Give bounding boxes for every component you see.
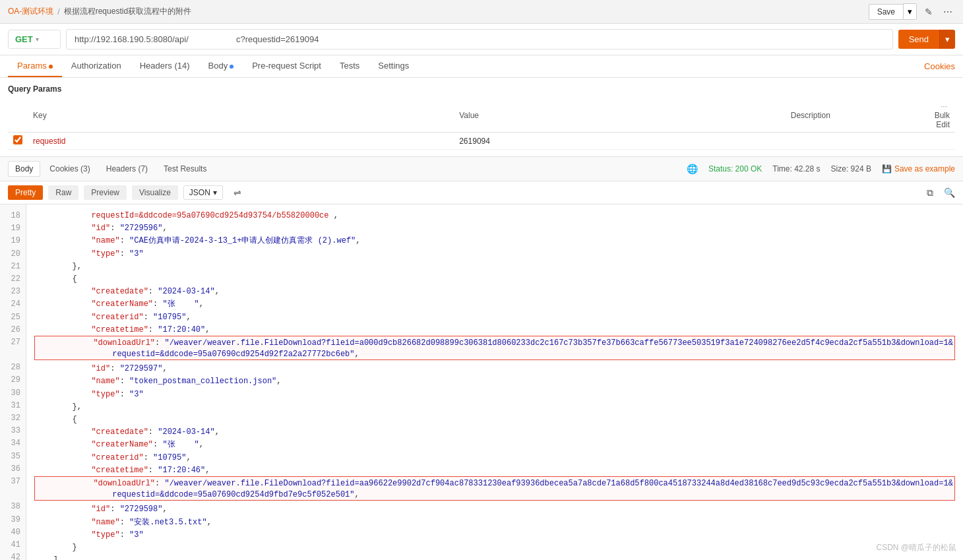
top-bar-actions: Save ▾ ✎ ⋯ <box>869 3 955 20</box>
code-line: }, <box>34 401 955 414</box>
method-selector[interactable]: GET ▾ <box>8 30 61 49</box>
language-arrow-icon: ▾ <box>213 188 217 197</box>
format-visualize-button[interactable]: Visualize <box>132 185 178 200</box>
breadcrumb-area: OA-测试环境 / 根据流程requestid获取流程中的附件 <box>8 6 191 17</box>
save-icon: 💾 <box>882 164 892 173</box>
more-icon: ··· <box>941 102 947 111</box>
top-bar: OA-测试环境 / 根据流程requestid获取流程中的附件 Save ▾ ✎… <box>0 0 963 24</box>
code-line: "id": "2729598", <box>34 503 955 516</box>
status-code: Status: 200 OK <box>708 164 762 173</box>
save-main-button[interactable]: Save <box>869 4 903 20</box>
code-line: "type": "3" <box>34 389 955 401</box>
code-line: "name": "安装.net3.5.txt", <box>34 516 955 529</box>
code-line: "type": "3" <box>34 248 955 261</box>
code-line: }, <box>34 261 955 273</box>
url-input[interactable] <box>66 29 893 49</box>
code-line: } <box>34 542 955 554</box>
language-label: JSON <box>189 188 210 197</box>
env-label: OA-测试环境 <box>8 6 53 17</box>
col-check <box>8 99 28 133</box>
code-line: "createtime": "17:20:40", <box>34 324 955 336</box>
resp-tab-headers[interactable]: Headers (7) <box>100 162 154 176</box>
code-line: "type": "3" <box>34 529 955 542</box>
code-line: "createrName": "张 ", <box>34 298 955 311</box>
format-preview-button[interactable]: Preview <box>84 185 127 200</box>
code-line: "createrid": "10795", <box>34 311 955 324</box>
col-action: ··· Bulk Edit <box>927 99 955 133</box>
method-label: GET <box>15 34 33 44</box>
format-pretty-button[interactable]: Pretty <box>8 185 43 200</box>
row-checkbox[interactable] <box>13 135 22 144</box>
code-line: "createrid": "10795", <box>34 452 955 464</box>
response-tabs: Body Cookies (3) Headers (7) Test Result… <box>0 157 963 181</box>
page-title: 根据流程requestid获取流程中的附件 <box>64 6 191 17</box>
code-line: "createtime": "17:20:46", <box>34 464 955 477</box>
resp-tab-test-results[interactable]: Test Results <box>157 162 213 176</box>
code-line: { <box>34 414 955 426</box>
breadcrumb-separator: / <box>57 7 59 16</box>
response-size: Size: 924 B <box>831 164 871 173</box>
url-bar: GET ▾ Send ▾ <box>0 24 963 55</box>
param-key[interactable]: requestid <box>28 133 454 150</box>
globe-icon: 🌐 <box>687 164 698 174</box>
param-description[interactable] <box>786 133 927 150</box>
tab-body[interactable]: Body <box>199 55 243 77</box>
code-line: requestId=&ddcode=95a07690cd9254d93754/b… <box>34 210 955 222</box>
method-arrow-icon: ▾ <box>36 36 39 43</box>
format-raw-button[interactable]: Raw <box>48 185 78 200</box>
send-button[interactable]: Send <box>898 30 939 49</box>
code-line: "id": "2729597", <box>34 363 955 375</box>
copy-button[interactable]: ⧉ <box>927 187 933 199</box>
request-tabs: Params Authorization Headers (14) Body P… <box>0 55 963 78</box>
save-as-example-button[interactable]: 💾 Save as example <box>882 164 955 173</box>
params-table: Key Value Description ··· Bulk Edit requ… <box>8 99 955 150</box>
resp-tab-body[interactable]: Body <box>8 161 40 177</box>
tab-tests[interactable]: Tests <box>330 55 369 77</box>
format-bar: Pretty Raw Preview Visualize JSON ▾ ⇌ ⧉ … <box>0 181 963 204</box>
tab-settings[interactable]: Settings <box>369 55 418 77</box>
col-value: Value <box>454 99 786 133</box>
tab-authorization[interactable]: Authorization <box>62 55 131 77</box>
param-value[interactable]: 2619094 <box>454 133 786 150</box>
code-line: "name": "token_postman_collection.json", <box>34 375 955 388</box>
tab-headers[interactable]: Headers (14) <box>131 55 199 77</box>
col-key: Key <box>28 99 454 133</box>
tab-params[interactable]: Params <box>8 55 62 77</box>
response-time: Time: 42.28 s <box>772 164 820 173</box>
code-line: "createrName": "张 ", <box>34 439 955 451</box>
table-row: requestid 2619094 <box>8 133 955 150</box>
send-dropdown-button[interactable]: ▾ <box>939 30 955 49</box>
bulk-edit-button[interactable]: Bulk Edit <box>935 111 950 129</box>
more-options-button[interactable]: ⋯ <box>941 4 955 20</box>
response-status-bar: 🌐 Status: 200 OK Time: 42.28 s Size: 924… <box>687 164 955 174</box>
body-dot <box>230 65 233 69</box>
code-line: ], <box>34 554 955 560</box>
col-description: Description <box>786 99 927 133</box>
tab-pre-request[interactable]: Pre-request Script <box>243 55 330 77</box>
code-line-highlighted: "downloadUrl": "/weaver/weaver.file.File… <box>34 476 955 489</box>
language-selector[interactable]: JSON ▾ <box>183 185 223 200</box>
query-params-title: Query Params <box>8 84 955 94</box>
line-numbers: 18 19 19 20 21 22 23 24 25 26 27 28 29 3… <box>0 204 26 560</box>
code-line: "id": "2729596", <box>34 222 955 235</box>
code-content: requestId=&ddcode=95a07690cd9254d93754/b… <box>26 204 963 560</box>
params-dot <box>49 65 53 69</box>
resp-tab-cookies[interactable]: Cookies (3) <box>43 162 96 176</box>
edit-icon-button[interactable]: ✎ <box>922 4 935 20</box>
watermark: CSDN @晴瓜子的松鼠 <box>876 542 956 553</box>
query-params-section: Query Params Key Value Description ··· B… <box>0 78 963 157</box>
save-button-group: Save ▾ <box>869 3 917 20</box>
search-icon[interactable]: 🔍 <box>944 187 955 198</box>
code-line: "createdate": "2024-03-14", <box>34 286 955 298</box>
cookies-link[interactable]: Cookies <box>924 61 955 71</box>
response-area: Body Cookies (3) Headers (7) Test Result… <box>0 157 963 560</box>
code-line: "name": "CAE仿真申请-2024-3-13_1+申请人创建仿真需求 (… <box>34 235 955 247</box>
save-dropdown-button[interactable]: ▾ <box>903 3 917 20</box>
code-view: 18 19 19 20 21 22 23 24 25 26 27 28 29 3… <box>0 204 963 560</box>
code-line: { <box>34 273 955 286</box>
code-line-highlighted: "downloadUrl": "/weaver/weaver.file.File… <box>34 336 955 348</box>
code-line: "createdate": "2024-03-14", <box>34 426 955 439</box>
wrap-icon[interactable]: ⇌ <box>233 187 241 198</box>
